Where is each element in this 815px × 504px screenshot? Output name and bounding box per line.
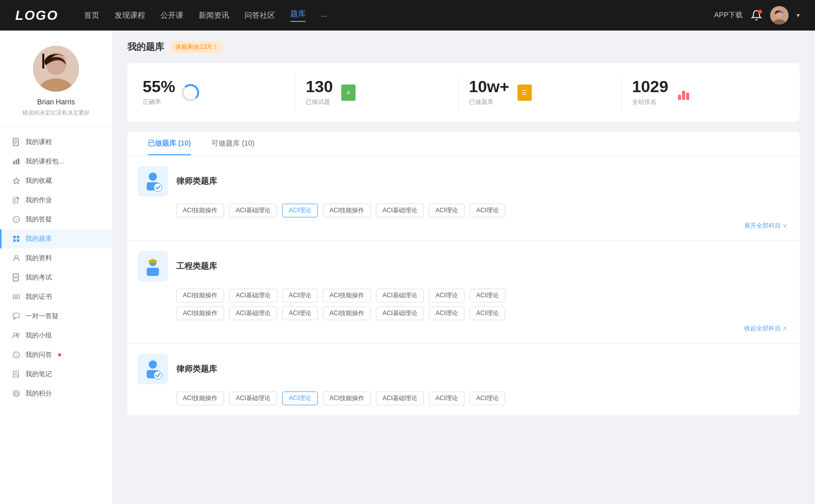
- profile-name: Brian Harris: [37, 98, 75, 106]
- tag-item[interactable]: ACI基础理论: [229, 289, 277, 302]
- profile-motto: 错误的决定比没有决定要好: [22, 109, 90, 117]
- sidebar-item-profile[interactable]: 我的资料: [0, 248, 112, 268]
- tag-item[interactable]: ACI技能操作: [176, 391, 224, 405]
- page-header: 我的题库 体验剩余23天！: [127, 41, 800, 53]
- tag-item[interactable]: ACI理论: [282, 289, 318, 302]
- tabs: 已做题库 (10) 可做题库 (10): [127, 132, 800, 156]
- sidebar-item-myqa[interactable]: ? 我的问答: [0, 345, 112, 365]
- nav-qa[interactable]: 问答社区: [244, 11, 275, 20]
- tag-item[interactable]: ACI技能操作: [176, 289, 224, 302]
- page-title: 我的题库: [127, 41, 164, 53]
- stat-accuracy: 55% 正确率: [143, 73, 295, 111]
- qbank-list: 律师类题库 ACI技能操作 ACI基础理论 ACI理论 ACI技能操作 ACI基…: [127, 156, 800, 415]
- sidebar-item-points[interactable]: 我的积分: [0, 384, 112, 403]
- tag-item-active[interactable]: ACI理论: [282, 204, 318, 217]
- sidebar-item-favorites[interactable]: 我的收藏: [0, 171, 112, 190]
- tag-item[interactable]: ACI技能操作: [323, 204, 371, 217]
- svg-rect-22: [13, 239, 16, 242]
- qbank-tags-2: ACI技能操作 ACI基础理论 ACI理论 ACI技能操作 ACI基础理论 AC…: [176, 289, 790, 302]
- sidebar-label: 我的笔记: [25, 370, 52, 379]
- svg-rect-30: [13, 313, 19, 318]
- sidebar-item-answers[interactable]: ? 我的答疑: [0, 210, 112, 229]
- sidebar-item-qbank[interactable]: 我的题库: [0, 229, 112, 248]
- tag-item[interactable]: ACI基础理论: [229, 204, 277, 217]
- qbank-item-engineer: 工程类题库 ACI技能操作 ACI基础理论 ACI理论 ACI技能操作 ACI基…: [127, 241, 800, 344]
- nav-more[interactable]: ···: [321, 11, 328, 20]
- svg-rect-15: [13, 198, 18, 203]
- stat-value-banks: 10w+: [469, 78, 509, 95]
- tag-item[interactable]: ACI技能操作: [176, 306, 224, 320]
- nav-home[interactable]: 首页: [84, 11, 99, 20]
- svg-rect-35: [13, 371, 18, 377]
- stat-label-rank: 全站排名: [632, 98, 668, 106]
- tag-item[interactable]: ACI基础理论: [229, 306, 277, 320]
- nav-qbank[interactable]: 题库: [290, 9, 306, 22]
- qbank-tags-2-row2: ACI技能操作 ACI基础理论 ACI理论 ACI技能操作 ACI基础理论 AC…: [176, 306, 790, 320]
- tag-item[interactable]: ACI基础理论: [229, 391, 277, 405]
- grid-icon: [12, 235, 20, 243]
- sidebar-item-certificates[interactable]: 我的证书: [0, 287, 112, 306]
- note-icon: [12, 370, 20, 378]
- tag-item[interactable]: ACI基础理论: [376, 391, 424, 405]
- sidebar-item-courses[interactable]: 我的课程: [0, 132, 112, 152]
- svg-point-39: [15, 392, 18, 395]
- tag-item[interactable]: ACI技能操作: [323, 391, 371, 405]
- qbank-tags-1: ACI技能操作 ACI基础理论 ACI理论 ACI技能操作 ACI基础理论 AC…: [176, 204, 790, 217]
- tag-item[interactable]: ACI理论: [429, 306, 465, 320]
- tag-item[interactable]: ACI技能操作: [323, 289, 371, 302]
- edit-icon: [12, 196, 20, 204]
- expand-link-1[interactable]: 展开全部科目 ∨: [138, 221, 790, 230]
- tag-item[interactable]: ACI基础理论: [376, 204, 424, 217]
- app-download-btn[interactable]: APP下载: [714, 11, 743, 20]
- nav-discover[interactable]: 发现课程: [115, 11, 145, 20]
- svg-text:?: ?: [15, 218, 18, 222]
- navbar: LOGO 首页 发现课程 公开课 新闻资讯 问答社区 题库 ··· APP下载: [0, 0, 815, 31]
- tag-item-active[interactable]: ACI理论: [282, 391, 318, 405]
- sidebar-item-homework[interactable]: 我的作业: [0, 190, 112, 210]
- svg-rect-25: [13, 274, 18, 281]
- sidebar-item-notes[interactable]: 我的笔记: [0, 365, 112, 384]
- file-icon: [12, 138, 20, 146]
- notification-dot: [758, 10, 762, 14]
- expand-link-2[interactable]: 收起全部科目 ∧: [138, 324, 790, 333]
- svg-marker-14: [13, 178, 20, 184]
- qbank-icon-lawyer: [138, 166, 168, 197]
- tag-item[interactable]: ACI理论: [470, 391, 505, 405]
- tag-item[interactable]: ACI理论: [470, 289, 505, 302]
- qbank-tags-3: ACI技能操作 ACI基础理论 ACI理论 ACI技能操作 ACI基础理论 AC…: [176, 391, 790, 405]
- sidebar-label: 我的积分: [25, 389, 52, 398]
- tag-item[interactable]: ACI理论: [429, 289, 465, 302]
- stat-done-questions: 130 已做试题: [295, 73, 458, 111]
- logo[interactable]: LOGO: [15, 8, 59, 23]
- svg-rect-45: [149, 260, 157, 263]
- user-avatar[interactable]: [770, 6, 789, 24]
- tab-done-banks[interactable]: 已做题库 (10): [138, 132, 201, 155]
- svg-point-29: [15, 296, 17, 298]
- stat-value-accuracy: 55%: [143, 78, 175, 95]
- tag-item[interactable]: ACI技能操作: [176, 204, 224, 217]
- stat-ranking: 1029 全站排名: [622, 73, 784, 111]
- nav-opencourse[interactable]: 公开课: [160, 11, 183, 20]
- sidebar-item-groups[interactable]: 我的小组: [0, 326, 112, 345]
- tag-item[interactable]: ACI理论: [429, 204, 465, 217]
- sidebar-label: 一对一答疑: [25, 312, 59, 321]
- tag-item[interactable]: ACI理论: [282, 306, 318, 320]
- nav-news[interactable]: 新闻资讯: [199, 11, 229, 20]
- user-menu-chevron[interactable]: ▾: [797, 12, 800, 19]
- tag-item[interactable]: ACI基础理论: [376, 289, 424, 302]
- tag-item[interactable]: ACI理论: [470, 306, 505, 320]
- svg-point-48: [154, 371, 162, 379]
- sidebar-label: 我的考试: [25, 273, 52, 282]
- sidebar-label: 我的课程: [25, 137, 52, 147]
- svg-text:?: ?: [15, 353, 18, 358]
- tab-available-banks[interactable]: 可做题库 (10): [201, 132, 265, 155]
- tag-item[interactable]: ACI理论: [429, 391, 465, 405]
- tag-item[interactable]: ACI基础理论: [376, 306, 424, 320]
- sidebar-item-tutoring[interactable]: 一对一答疑: [0, 306, 112, 326]
- sidebar: Brian Harris 错误的决定比没有决定要好 我的课程 我的课程包...: [0, 31, 112, 504]
- sidebar-item-exams[interactable]: 我的考试: [0, 268, 112, 287]
- sidebar-item-packages[interactable]: 我的课程包...: [0, 152, 112, 171]
- tag-item[interactable]: ACI技能操作: [323, 306, 371, 320]
- notification-bell[interactable]: [751, 10, 762, 21]
- tag-item[interactable]: ACI理论: [470, 204, 505, 217]
